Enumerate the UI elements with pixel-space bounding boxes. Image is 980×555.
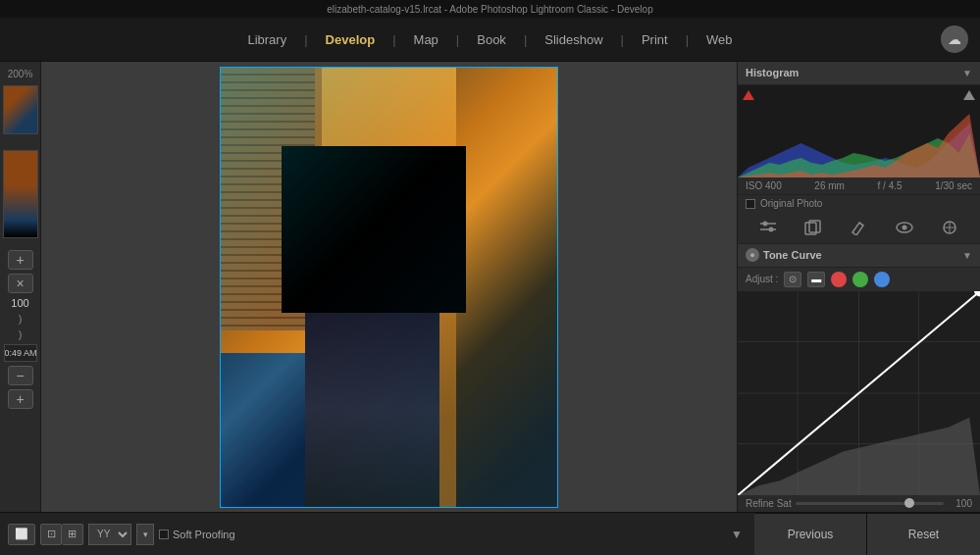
tone-curve-controls: Adjust : ⊙ ▬ <box>738 268 980 291</box>
exif-iso: ISO 400 <box>746 180 782 191</box>
nav-sep-6: | <box>686 32 689 47</box>
photo-black-rect <box>282 146 467 313</box>
nav-sep-2: | <box>392 32 395 47</box>
histogram-title: Histogram <box>746 67 799 78</box>
previous-button[interactable]: Previous <box>754 513 867 556</box>
refine-sat-slider[interactable] <box>796 502 944 505</box>
refine-sat-thumb <box>904 498 914 508</box>
tool-copy-icon[interactable] <box>800 217 826 238</box>
soft-proofing-check[interactable]: Soft Proofing <box>159 529 235 540</box>
tc-blue-dot[interactable] <box>874 272 890 287</box>
flag-select[interactable]: YY <box>88 524 131 545</box>
nav-slideshow[interactable]: Slideshow <box>535 28 612 51</box>
refine-sat-value: 100 <box>948 498 972 509</box>
exif-aperture: f / 4.5 <box>878 180 903 191</box>
nav-book[interactable]: Book <box>467 28 516 51</box>
tc-white-button[interactable]: ▬ <box>807 272 825 287</box>
bottom-left-controls: ⬜ ⊡ ⊞ YY ▾ Soft Proofing ▼ <box>0 524 754 545</box>
tone-curve-left: ● Tone Curve <box>746 248 822 262</box>
tone-curve-header: ● Tone Curve ▼ <box>738 244 980 268</box>
exif-row: ISO 400 26 mm f / 4.5 1/30 sec <box>738 177 980 195</box>
bottom-expand-icon[interactable]: ▼ <box>731 528 743 541</box>
soft-proofing-checkbox[interactable] <box>159 530 169 539</box>
tc-adjust-label: Adjust : <box>746 274 778 284</box>
tone-curve-graph <box>738 291 980 495</box>
side-controls: + × 100 ) ) − + <box>4 250 37 409</box>
view-mode-group: ⊡ ⊞ <box>40 524 83 545</box>
zoom-level: 200% <box>0 67 40 81</box>
side-time-label: ) <box>19 328 23 340</box>
svg-point-8 <box>902 226 906 230</box>
tc-target-button[interactable]: ⊙ <box>784 272 801 287</box>
nav-web[interactable]: Web <box>696 28 743 51</box>
title-bar: elizabeth-catalog-v15.lrcat - Adobe Phot… <box>0 0 980 18</box>
nav-sep-4: | <box>524 32 527 47</box>
original-photo-checkbox[interactable] <box>746 199 755 209</box>
thumb-image-1 <box>4 86 37 133</box>
nav-print[interactable]: Print <box>632 28 678 51</box>
tool-pencil-icon[interactable] <box>846 217 871 238</box>
side-number: 100 <box>11 297 28 309</box>
nav-develop[interactable]: Develop <box>316 28 386 51</box>
side-close-label: ) <box>19 313 23 325</box>
right-panel: Histogram ▼ ISO 400 26 mm f / 4.5 1/30 s… <box>737 62 980 512</box>
compare-view-button[interactable]: ⊡ <box>40 524 62 545</box>
nav-map[interactable]: Map <box>404 28 448 51</box>
tone-curve-arrow-icon[interactable]: ▼ <box>962 250 972 261</box>
survey-view-button[interactable]: ⊞ <box>62 524 83 545</box>
title-text: elizabeth-catalog-v15.lrcat - Adobe Phot… <box>327 4 652 15</box>
user-icon[interactable]: ☁ <box>941 25 968 53</box>
loupe-view-button[interactable]: ⬜ <box>8 524 35 545</box>
tc-green-dot[interactable] <box>852 272 868 287</box>
nav-sep-5: | <box>621 32 624 47</box>
nav-sep-1: | <box>304 32 307 47</box>
tool-eye-icon[interactable] <box>892 217 917 238</box>
tone-curve-title: Tone Curve <box>763 249 822 261</box>
side-plus-button[interactable]: + <box>8 389 33 409</box>
canvas-area <box>41 62 737 512</box>
tone-curve-circle-icon[interactable]: ● <box>746 248 759 262</box>
original-photo-row: Original Photo <box>738 195 980 212</box>
left-sidebar: 200% + × 100 ) ) − + <box>0 62 41 512</box>
tc-red-dot[interactable] <box>831 272 847 287</box>
thumbnail-2[interactable] <box>3 150 38 238</box>
histogram-chart <box>738 94 980 177</box>
tool-sliders-icon[interactable] <box>755 217 781 238</box>
exif-focal: 26 mm <box>814 180 845 191</box>
thumbnail-1[interactable] <box>3 85 38 134</box>
nav-sep-3: | <box>456 32 459 47</box>
tool-icons-row <box>738 212 980 244</box>
svg-point-1 <box>763 222 768 227</box>
histogram-area <box>738 85 980 177</box>
tone-curve-svg <box>738 291 980 495</box>
thumb-image-2 <box>4 151 37 237</box>
photo-frame <box>220 67 558 508</box>
soft-proofing-label: Soft Proofing <box>173 529 235 540</box>
main-layout: 200% + × 100 ) ) − + <box>0 62 980 512</box>
bottom-right-buttons: Previous Reset <box>754 513 980 556</box>
flag-dropdown[interactable]: ▾ <box>136 524 154 545</box>
tool-circle-icon[interactable] <box>937 217 962 238</box>
refine-sat-label: Refine Sat <box>746 498 792 509</box>
histogram-header: Histogram ▼ <box>738 62 980 85</box>
remove-button[interactable]: × <box>8 274 33 293</box>
svg-point-3 <box>769 227 774 232</box>
nav-library[interactable]: Library <box>237 28 296 51</box>
original-photo-label: Original Photo <box>760 198 822 209</box>
add-button[interactable]: + <box>8 250 33 270</box>
side-input[interactable] <box>4 344 37 362</box>
svg-line-6 <box>859 223 863 226</box>
refine-sat-row: Refine Sat 100 <box>738 495 980 512</box>
reset-button[interactable]: Reset <box>867 513 980 556</box>
histogram-arrow-icon[interactable]: ▼ <box>962 68 972 78</box>
exif-shutter: 1/30 sec <box>935 180 972 191</box>
photo-background <box>221 68 557 507</box>
side-minus-button[interactable]: − <box>8 366 33 385</box>
bottom-bar: ⬜ ⊡ ⊞ YY ▾ Soft Proofing ▼ Previous Rese… <box>0 512 980 555</box>
top-nav: Library | Develop | Map | Book | Slidesh… <box>0 18 980 62</box>
